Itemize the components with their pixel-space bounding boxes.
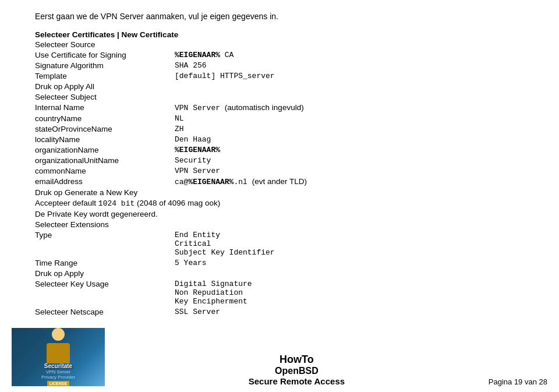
footer-brand-text: Securitate: [44, 363, 72, 369]
footer-howto: HowTo: [105, 354, 489, 366]
vpn-server-auto: (automatisch ingevuld): [225, 103, 304, 112]
druk-apply-all: Druk op Apply All: [35, 82, 524, 91]
value-country: NL: [175, 114, 184, 123]
eigenaar-email: %EIGENAAR%: [188, 178, 233, 186]
value-internal-name: VPN Server (automatisch ingevuld): [175, 103, 304, 112]
label-signature-algorithm: Signature Algorithm: [35, 61, 175, 70]
footer-image: Securitate VPN ServerPrivacy Provider LI…: [12, 328, 105, 386]
label-template: Template: [35, 72, 175, 80]
label-type: Type: [35, 231, 175, 239]
row-common-name: commonName VPN Server: [35, 167, 524, 175]
selecteer-extensions: Selecteer Extensions: [35, 220, 524, 229]
row-use-certificate: Use Certificate for Signing %EIGENAAR% C…: [35, 51, 524, 59]
eigenaar-bold-1: %EIGENAAR%: [175, 51, 220, 59]
row-org: organizationName %EIGENAAR%: [35, 146, 524, 154]
key-usage-3: Key Encipherment: [175, 297, 252, 306]
key-usage-1: Digital Signature: [175, 280, 252, 288]
private-key-text: De Private Key wordt gegenereerd.: [35, 210, 524, 218]
row-email: emailAddress ca@%EIGENAAR%.nl (evt ander…: [35, 177, 524, 186]
row-org-unit: organizationalUnitName Security: [35, 156, 524, 165]
vpn-server-mono: VPN Server: [175, 104, 225, 112]
value-org: %EIGENAAR%: [175, 146, 220, 154]
value-type: End Entity Critical Subject Key Identifi…: [175, 231, 275, 257]
intro-text: Eerst gaan we de VPN Server aanmaken, vu…: [35, 12, 524, 21]
type-line-1: End Entity: [175, 231, 275, 239]
druk-apply: Druk op Apply: [35, 269, 524, 278]
druk-generate: Druk op Generate a New Key: [35, 188, 524, 197]
value-org-unit: Security: [175, 156, 211, 165]
value-state: ZH: [175, 125, 184, 133]
label-common-name: commonName: [35, 167, 175, 175]
footer-brand-sub: VPN ServerPrivacy Provider: [41, 369, 75, 380]
type-line-2: Critical: [175, 239, 275, 248]
email-mono: ca@%EIGENAAR%.nl: [175, 178, 252, 186]
value-key-usage: Digital Signature Non Repudiation Key En…: [175, 280, 252, 306]
row-time-range: Time Range 5 Years: [35, 259, 524, 267]
value-use-certificate: %EIGENAAR% CA: [175, 51, 233, 59]
label-use-certificate: Use Certificate for Signing: [35, 51, 175, 59]
email-tld: (evt ander TLD): [252, 177, 307, 186]
value-netscape: SSL Server: [175, 308, 220, 316]
row-country: countryName NL: [35, 114, 524, 123]
footer-secure: Secure Remote Access: [105, 376, 489, 386]
value-locality: Den Haag: [175, 135, 211, 144]
accepteer-default: Accepteer default 1024 bit (2048 of 4096…: [35, 199, 524, 208]
footer-openbsd: OpenBSD: [105, 366, 489, 376]
type-line-3: Subject Key Identifier: [175, 248, 275, 257]
footer-license-badge: LICENSE: [47, 381, 69, 386]
section-title-1: Selecteer Certificates | New Certificate: [35, 30, 524, 39]
value-common-name: VPN Server: [175, 167, 220, 175]
label-org-unit: organizationalUnitName: [35, 156, 175, 165]
row-template: Template [default] HTTPS_server: [35, 72, 524, 80]
row-key-usage: Selecteer Key Usage Digital Signature No…: [35, 280, 524, 306]
row-internal-name: Internal Name VPN Server (automatisch in…: [35, 103, 524, 112]
row-netscape: Selecteer Netscape SSL Server: [35, 308, 524, 316]
selecteer-subject: Selecteer Subject: [35, 93, 524, 101]
row-locality: localityName Den Haag: [35, 135, 524, 144]
footer: Securitate VPN ServerPrivacy Provider LI…: [0, 328, 559, 386]
label-state: stateOrProvinceName: [35, 125, 175, 133]
footer-page-number: Pagina 19 van 28: [489, 377, 547, 386]
footer-center: HowTo OpenBSD Secure Remote Access: [105, 354, 489, 386]
value-email: ca@%EIGENAAR%.nl (evt ander TLD): [175, 177, 307, 186]
label-internal-name: Internal Name: [35, 103, 175, 112]
label-key-usage: Selecteer Key Usage: [35, 280, 175, 288]
label-time-range: Time Range: [35, 259, 175, 267]
footer-image-inner: Securitate VPN ServerPrivacy Provider LI…: [12, 328, 105, 386]
row-state: stateOrProvinceName ZH: [35, 125, 524, 133]
label-locality: localityName: [35, 135, 175, 144]
label-netscape: Selecteer Netscape: [35, 308, 175, 316]
value-template: [default] HTTPS_server: [175, 72, 275, 80]
bit-mono: 1024 bit: [98, 199, 135, 208]
value-signature-algorithm: SHA 256: [175, 61, 207, 70]
row-signature-algorithm: Signature Algorithm SHA 256: [35, 61, 524, 70]
key-usage-2: Non Repudiation: [175, 288, 252, 297]
row-type: Type End Entity Critical Subject Key Ide…: [35, 231, 524, 257]
section-title-2: Selecteer Source: [35, 40, 524, 49]
ca-text: CA: [220, 51, 233, 59]
label-country: countryName: [35, 114, 175, 123]
value-time-range: 5 Years: [175, 259, 207, 267]
label-org: organizationName: [35, 146, 175, 154]
label-email: emailAddress: [35, 177, 175, 186]
page-container: Eerst gaan we de VPN Server aanmaken, vu…: [0, 0, 559, 392]
